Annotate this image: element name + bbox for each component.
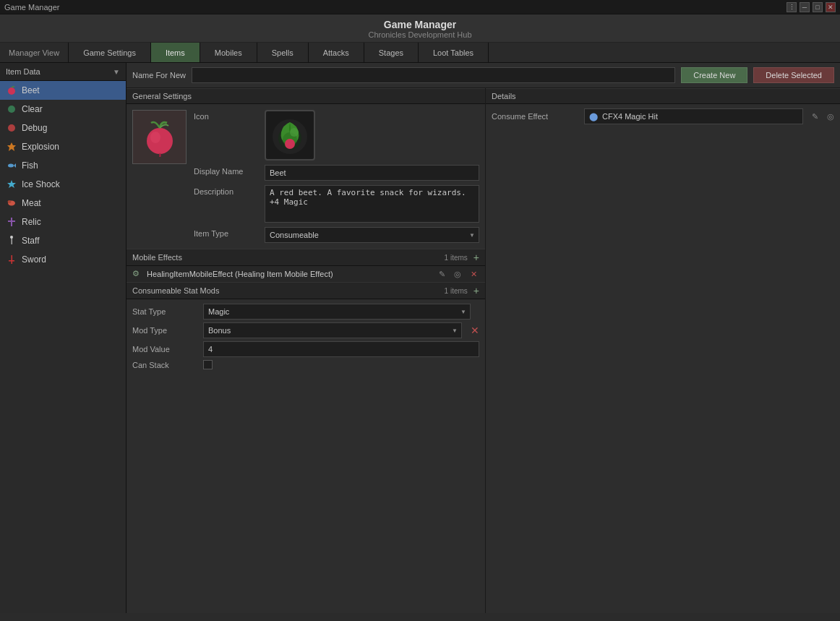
- sidebar-item-label-sword: Sword: [22, 254, 46, 265]
- sidebar-item-label-clear: Clear: [22, 104, 43, 114]
- ice-shock-icon: [6, 179, 17, 190]
- sidebar-item-explosion[interactable]: Explosion: [0, 137, 126, 156]
- sidebar-item-label-fish: Fish: [22, 160, 38, 171]
- svg-point-1: [8, 106, 15, 113]
- svg-point-16: [147, 128, 173, 154]
- icon-field-row: Icon: [194, 110, 479, 160]
- tab-stages[interactable]: Stages: [364, 43, 419, 62]
- description-label: Description: [194, 185, 259, 196]
- mobile-effects-add-button[interactable]: +: [473, 252, 479, 262]
- general-settings-label: General Settings: [132, 92, 192, 100]
- mod-type-select[interactable]: Bonus Penalty Multiplier: [203, 322, 462, 338]
- tab-game-settings[interactable]: Game Settings: [69, 43, 151, 62]
- stat-mods-add-button[interactable]: +: [473, 286, 479, 296]
- mod-type-label: Mod Type: [132, 326, 197, 335]
- name-for-new-input[interactable]: [192, 67, 675, 83]
- svg-point-8: [8, 200, 12, 203]
- minimize-btn[interactable]: ─: [800, 2, 810, 12]
- tab-spells[interactable]: Spells: [257, 43, 309, 62]
- general-settings-header: General Settings: [127, 88, 485, 104]
- svg-point-17: [150, 132, 160, 143]
- app-title: Game Manager: [0, 19, 840, 30]
- meat-icon: [6, 197, 17, 209]
- sidebar-item-label-explosion: Explosion: [22, 142, 59, 152]
- right-panel: Details Consume Effect ⬤ CFX4 Magic Hit …: [486, 88, 840, 613]
- mod-type-select-wrap: Bonus Penalty Multiplier: [203, 322, 462, 338]
- effect-eye-button[interactable]: ◎: [452, 270, 463, 279]
- mod-type-delete-button[interactable]: ✕: [471, 325, 479, 336]
- sidebar-item-label-beet: Beet: [22, 85, 40, 95]
- effect-edit-button[interactable]: ✎: [436, 270, 447, 279]
- sidebar-item-fish[interactable]: Fish: [0, 156, 126, 175]
- tab-mobiles[interactable]: Mobiles: [200, 43, 257, 62]
- stat-type-row: Stat Type Magic Health Strength Dexterit…: [132, 304, 479, 320]
- icon-display: [265, 110, 315, 160]
- display-name-input[interactable]: [265, 165, 479, 181]
- sidebar-item-label-staff: Staff: [22, 236, 39, 246]
- item-preview: [132, 110, 187, 164]
- consume-effect-icon: ⬤: [589, 112, 598, 121]
- tab-items[interactable]: Items: [151, 43, 200, 62]
- sidebar-item-staff[interactable]: Staff: [0, 231, 126, 250]
- description-textarea[interactable]: A red beet. A favorite snack for wizards…: [265, 185, 479, 223]
- svg-point-12: [10, 236, 13, 239]
- sidebar-item-label-ice-shock: Ice Shock: [22, 179, 60, 189]
- consume-effect-eye-button[interactable]: ◎: [827, 112, 834, 121]
- item-type-select[interactable]: Consumeable Weapon Armor Quest Misc: [265, 227, 479, 243]
- sidebar-item-label-relic: Relic: [22, 217, 41, 227]
- mod-value-input[interactable]: [203, 341, 479, 357]
- maximize-btn[interactable]: □: [813, 2, 823, 12]
- consume-effect-value-wrap: ⬤ CFX4 Magic Hit: [584, 108, 803, 124]
- can-stack-checkbox[interactable]: [203, 360, 213, 369]
- stat-type-select-wrap: Magic Health Strength Dexterity Intellig…: [203, 304, 471, 320]
- sidebar-header: Item Data ▼: [0, 63, 126, 81]
- general-settings-content: Icon: [127, 104, 485, 249]
- sidebar-item-relic[interactable]: Relic: [0, 213, 126, 231]
- svg-point-23: [285, 139, 295, 149]
- general-fields: Icon: [194, 110, 479, 243]
- relic-icon: [6, 216, 17, 228]
- sidebar-item-clear[interactable]: Clear: [0, 100, 126, 119]
- staff-icon: [6, 235, 17, 247]
- sidebar-item-label-meat: Meat: [22, 198, 41, 208]
- sidebar-item-debug[interactable]: Debug: [0, 119, 126, 137]
- sidebar-item-meat[interactable]: Meat: [0, 194, 126, 213]
- tab-attacks[interactable]: Attacks: [309, 43, 364, 62]
- sidebar-item-sword[interactable]: Sword: [0, 250, 126, 269]
- effect-row: ⚙ HealingItemMobileEffect (Healing Item …: [127, 266, 485, 282]
- consume-effect-edit-button[interactable]: ✎: [812, 112, 818, 121]
- debug-icon: [6, 122, 17, 134]
- svg-marker-3: [7, 142, 16, 151]
- create-new-button[interactable]: Create New: [681, 67, 747, 83]
- title-bar-controls: ⋮ ─ □ ✕: [787, 2, 836, 12]
- title-bar-label: Game Manager: [4, 3, 59, 12]
- name-bar: Name For New Create New Delete Selected: [127, 63, 840, 88]
- sidebar-item-beet[interactable]: Beet: [0, 81, 126, 100]
- main-layout: Item Data ▼ Beet Clear: [0, 63, 840, 613]
- svg-marker-5: [14, 163, 16, 168]
- app-subtitle: Chronicles Development Hub: [0, 30, 840, 39]
- close-btn[interactable]: ✕: [826, 2, 836, 12]
- mobile-effects-header: Mobile Effects 1 items +: [127, 249, 485, 266]
- effect-label: HealingItemMobileEffect (Healing Item Mo…: [147, 270, 432, 278]
- details-header: Details: [486, 88, 840, 104]
- stat-mods-content: Stat Type Magic Health Strength Dexterit…: [127, 299, 485, 374]
- item-preview-image: [140, 117, 179, 157]
- description-row: Description A red beet. A favorite snack…: [194, 185, 479, 223]
- sidebar-header-label: Item Data: [6, 67, 40, 76]
- menu-btn[interactable]: ⋮: [787, 2, 797, 12]
- sidebar-item-label-debug: Debug: [22, 123, 47, 133]
- can-stack-label: Can Stack: [132, 361, 197, 369]
- manager-view-label: Manager View: [0, 43, 69, 62]
- sidebar-item-ice-shock[interactable]: Ice Shock: [0, 175, 126, 194]
- display-name-row: Display Name: [194, 165, 479, 181]
- delete-selected-button[interactable]: Delete Selected: [753, 67, 834, 83]
- mod-value-row: Mod Value: [132, 341, 479, 357]
- stat-mods-count: 1 items: [445, 287, 468, 295]
- svg-rect-15: [12, 262, 13, 264]
- sidebar-arrow-icon: ▼: [113, 68, 120, 76]
- sidebar: Item Data ▼ Beet Clear: [0, 63, 127, 613]
- tab-loot-tables[interactable]: Loot Tables: [419, 43, 489, 62]
- effect-remove-button[interactable]: ✕: [468, 270, 479, 279]
- stat-type-select[interactable]: Magic Health Strength Dexterity Intellig…: [203, 304, 471, 320]
